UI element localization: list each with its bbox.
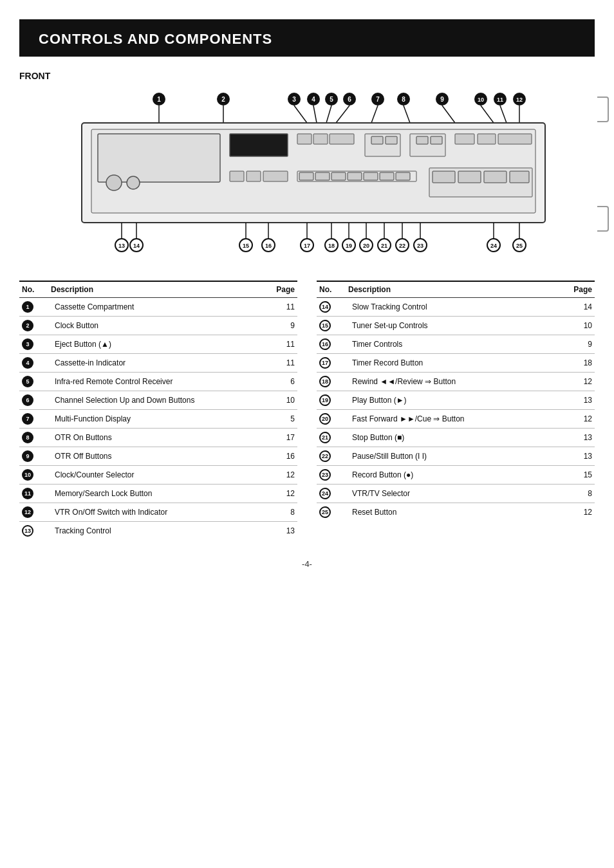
page-footer: -4- <box>0 559 614 569</box>
table-row: 17 Timer Record Button 18 <box>317 354 595 373</box>
table-row: 15 Tuner Set-up Controls 10 <box>317 317 595 335</box>
row-number: 4 <box>22 357 33 369</box>
page-cell: 10 <box>263 396 295 405</box>
page-cell: 5 <box>263 414 295 423</box>
num-cell: 3 <box>22 338 51 350</box>
table-row: 4 Cassette-in Indicator 11 <box>19 354 297 373</box>
page-cell: 8 <box>263 508 295 517</box>
description-cell: Stop Button (■) <box>348 433 560 442</box>
svg-line-17 <box>336 106 349 123</box>
description-cell: OTR Off Buttons <box>51 452 263 461</box>
row-number: 18 <box>319 376 331 387</box>
num-cell: 12 <box>22 506 51 518</box>
row-number: 22 <box>319 450 331 462</box>
description-cell: Clock/Counter Selector <box>51 470 263 479</box>
description-cell: Pause/Still Button (I I) <box>348 452 560 461</box>
description-cell: Cassette Compartment <box>51 302 263 311</box>
svg-rect-39 <box>230 134 288 156</box>
table-row: 14 Slow Tracking Control 14 <box>317 298 595 317</box>
table-row: 2 Clock Button 9 <box>19 317 297 335</box>
table-row: 12 VTR On/Off Switch with Indicator 8 <box>19 503 297 522</box>
description-cell: OTR On Buttons <box>51 433 263 442</box>
svg-text:17: 17 <box>304 243 310 249</box>
description-cell: Timer Controls <box>348 340 560 349</box>
description-cell: Record Button (●) <box>348 470 560 479</box>
description-cell: Tracking Control <box>51 526 263 535</box>
svg-line-29 <box>481 106 494 123</box>
page-cell: 9 <box>263 321 295 330</box>
row-number: 23 <box>319 469 331 481</box>
num-cell: 9 <box>22 450 51 462</box>
page-header: CONTROLS AND COMPONENTS <box>19 19 595 57</box>
svg-rect-64 <box>396 172 410 180</box>
diagram-area: 1 2 3 4 5 6 7 8 9 10 <box>19 88 595 268</box>
num-cell: 19 <box>319 394 348 406</box>
svg-rect-50 <box>478 134 496 144</box>
svg-line-11 <box>313 106 317 123</box>
num-cell: 20 <box>319 413 348 425</box>
vcr-diagram: 1 2 3 4 5 6 7 8 9 10 <box>30 88 584 268</box>
num-cell: 15 <box>319 320 348 331</box>
row-number: 6 <box>22 394 33 406</box>
svg-text:14: 14 <box>133 243 140 249</box>
svg-text:13: 13 <box>118 243 125 249</box>
svg-rect-55 <box>247 171 261 181</box>
svg-text:25: 25 <box>516 243 523 249</box>
svg-rect-58 <box>299 172 313 180</box>
corner-bracket-right2 <box>597 206 609 232</box>
table-row: 10 Clock/Counter Selector 12 <box>19 466 297 485</box>
svg-text:8: 8 <box>402 96 405 103</box>
svg-line-32 <box>500 106 507 123</box>
left-table: No. Description Page 1 Cassette Compartm… <box>19 281 297 540</box>
svg-rect-51 <box>498 134 532 144</box>
row-number: 15 <box>319 320 331 331</box>
table-row: 18 Rewind ◄◄/Review ⇒ Button 12 <box>317 373 595 391</box>
svg-line-20 <box>371 106 378 123</box>
svg-rect-47 <box>416 136 428 144</box>
svg-point-53 <box>127 176 140 189</box>
svg-line-14 <box>326 106 331 123</box>
page-cell: 11 <box>263 358 295 367</box>
corner-bracket-right <box>597 97 609 122</box>
svg-rect-66 <box>433 171 455 183</box>
page-cell: 12 <box>263 489 295 498</box>
table-row: 6 Channel Selection Up and Down Buttons … <box>19 391 297 410</box>
row-number: 25 <box>319 506 331 518</box>
row-number: 3 <box>22 338 33 350</box>
row-number: 8 <box>22 432 33 443</box>
num-cell: 7 <box>22 413 51 425</box>
row-number: 12 <box>22 506 33 518</box>
svg-text:1: 1 <box>157 96 161 103</box>
description-cell: Eject Button (▲) <box>51 340 263 349</box>
page-cell: 11 <box>263 340 295 349</box>
page-cell: 16 <box>263 452 295 461</box>
page-cell: 10 <box>560 321 592 330</box>
row-number: 19 <box>319 394 331 406</box>
svg-text:9: 9 <box>440 96 444 103</box>
num-cell: 11 <box>22 488 51 499</box>
description-cell: Slow Tracking Control <box>348 302 560 311</box>
svg-rect-40 <box>297 134 312 144</box>
left-header-desc: Description <box>51 285 263 294</box>
page-cell: 12 <box>263 470 295 479</box>
table-row: 20 Fast Forward ►►/Cue ⇒ Button 12 <box>317 410 595 429</box>
svg-text:7: 7 <box>376 96 380 103</box>
page-number: -4- <box>302 559 312 569</box>
num-cell: 23 <box>319 469 348 481</box>
svg-rect-61 <box>348 172 362 180</box>
right-header-no: No. <box>319 285 348 294</box>
description-cell: Reset Button <box>348 508 560 517</box>
table-row: 1 Cassette Compartment 11 <box>19 298 297 317</box>
row-number: 20 <box>319 413 331 425</box>
description-cell: Channel Selection Up and Down Buttons <box>51 396 263 405</box>
description-cell: Rewind ◄◄/Review ⇒ Button <box>348 377 560 386</box>
svg-text:2: 2 <box>221 96 225 103</box>
row-number: 2 <box>22 320 33 331</box>
table-row: 24 VTR/TV Selector 8 <box>317 485 595 503</box>
left-table-header: No. Description Page <box>19 282 297 298</box>
num-cell: 16 <box>319 338 348 350</box>
left-header-no: No. <box>22 285 51 294</box>
num-cell: 18 <box>319 376 348 387</box>
svg-rect-42 <box>330 134 354 144</box>
table-row: 23 Record Button (●) 15 <box>317 466 595 485</box>
